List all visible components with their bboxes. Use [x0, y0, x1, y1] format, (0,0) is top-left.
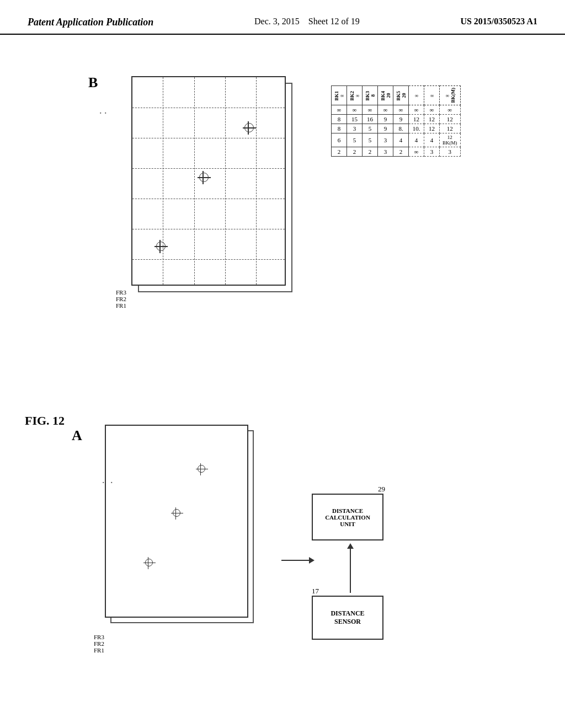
- cell: 2: [347, 147, 363, 156]
- fr-labels-a: FR3 FR2 FR1: [94, 634, 104, 654]
- table-row: ∞ ∞ ∞ ∞ ∞ ∞ ∞ ∞: [332, 105, 461, 114]
- cell: 5: [363, 133, 378, 147]
- patent-number: US 2015/0350523 A1: [460, 17, 537, 26]
- col-bkm: ∞BK(M): [440, 86, 461, 105]
- cell: 4: [393, 133, 409, 147]
- cell: 2: [332, 147, 347, 156]
- header-date-sheet: Dec. 3, 2015 Sheet 12 of 19: [254, 17, 360, 26]
- table-row: 8 3 5 9 8. 10. 12 12: [332, 124, 461, 133]
- fr1-label-b: FR1: [116, 302, 126, 309]
- cell: 5: [347, 133, 363, 147]
- header-date: Dec. 3, 2015: [254, 17, 300, 26]
- cell: ∞: [440, 105, 461, 114]
- cell: ∞: [332, 105, 347, 114]
- table-row: 2 2 2 3 2 ∞ 3 3: [332, 147, 461, 156]
- fr1-label-a: FR1: [94, 647, 104, 654]
- cell: 8: [332, 114, 347, 124]
- header-sheet: Sheet 12 of 19: [308, 17, 360, 26]
- col-inf2: ∞: [424, 86, 440, 105]
- cell: ∞: [363, 105, 378, 114]
- publication-title: Patent Application Publication: [28, 17, 153, 28]
- fr3-label-a: FR3: [94, 634, 104, 640]
- col-bk3: BK38: [363, 86, 378, 105]
- cell: 6: [332, 133, 347, 147]
- cell: 15: [347, 114, 363, 124]
- cell: ∞: [347, 105, 363, 114]
- cell: ∞: [409, 105, 424, 114]
- distance-calc-num: 29: [378, 485, 385, 494]
- table-row: 8 15 16 9 9 12 12 12: [332, 114, 461, 124]
- cell: 3: [347, 124, 363, 133]
- cell: 4: [409, 133, 424, 147]
- figure-b-diagram: FR3 FR2 FR1 B . .: [116, 72, 309, 309]
- cell: ∞: [378, 105, 393, 114]
- perspective-dots-a: . .: [102, 474, 115, 486]
- cell: 8: [332, 124, 347, 133]
- arrow-to-calc: [281, 557, 315, 564]
- cell: 3: [378, 133, 393, 147]
- cell: 10.: [409, 124, 424, 133]
- cell: ∞: [393, 105, 409, 114]
- cell: 12: [424, 124, 440, 133]
- cell: 9: [378, 124, 393, 133]
- distance-calc-label: DISTANCE CALCULATION UNIT: [325, 507, 370, 527]
- col-bk1: BK1∞: [332, 86, 347, 105]
- distance-sensor-box: 17 DISTANCE SENSOR: [312, 596, 383, 640]
- cell: 12: [440, 124, 461, 133]
- cell: ∞: [424, 105, 440, 114]
- fr3-label-b: FR3: [116, 289, 126, 296]
- fig-b-label: B: [88, 74, 98, 91]
- cell: 3: [378, 147, 393, 156]
- page-header: Patent Application Publication Dec. 3, 2…: [0, 0, 565, 35]
- fig12-label: FIG. 12: [25, 414, 65, 428]
- fr2-label-b: FR2: [116, 296, 126, 302]
- cell: 2: [393, 147, 409, 156]
- distance-sensor-label: DISTANCE SENSOR: [331, 609, 364, 626]
- cell: ∞: [409, 147, 424, 156]
- col-inf1: ∞: [409, 86, 424, 105]
- figure-b-data-table: BK1∞ BK2∞ BK38 BK420 BK520 ∞ ∞ ∞BK(M) ∞ …: [331, 85, 461, 157]
- col-bk4: BK420: [378, 86, 393, 105]
- cell: 3: [424, 147, 440, 156]
- cell: 9: [393, 114, 409, 124]
- cell: 8.: [393, 124, 409, 133]
- cell: 16: [363, 114, 378, 124]
- cell: 4: [424, 133, 440, 147]
- col-bk5: BK520: [393, 86, 409, 105]
- arrow-sensor-to-calc: [347, 543, 354, 593]
- cell: 9: [378, 114, 393, 124]
- fr2-label-a: FR2: [94, 640, 104, 647]
- cell: 12: [424, 114, 440, 124]
- cell: 12: [440, 114, 461, 124]
- table-row: 6 5 5 3 4 4 4 12BK(M): [332, 133, 461, 147]
- cell: 12BK(M): [440, 133, 461, 147]
- fig-a-label: A: [72, 427, 82, 444]
- distance-sensor-num: 17: [312, 587, 319, 596]
- fr-labels-b: FR3 FR2 FR1: [116, 289, 126, 309]
- cell: 2: [363, 147, 378, 156]
- col-bk2: BK2∞: [347, 86, 363, 105]
- figure-a-diagram: FR3 FR2 FR1 A: [94, 425, 270, 656]
- distance-calc-box: 29 DISTANCE CALCULATION UNIT: [312, 494, 383, 540]
- perspective-dots: . .: [99, 105, 107, 116]
- cell: 5: [363, 124, 378, 133]
- cell: 3: [440, 147, 461, 156]
- cell: 12: [409, 114, 424, 124]
